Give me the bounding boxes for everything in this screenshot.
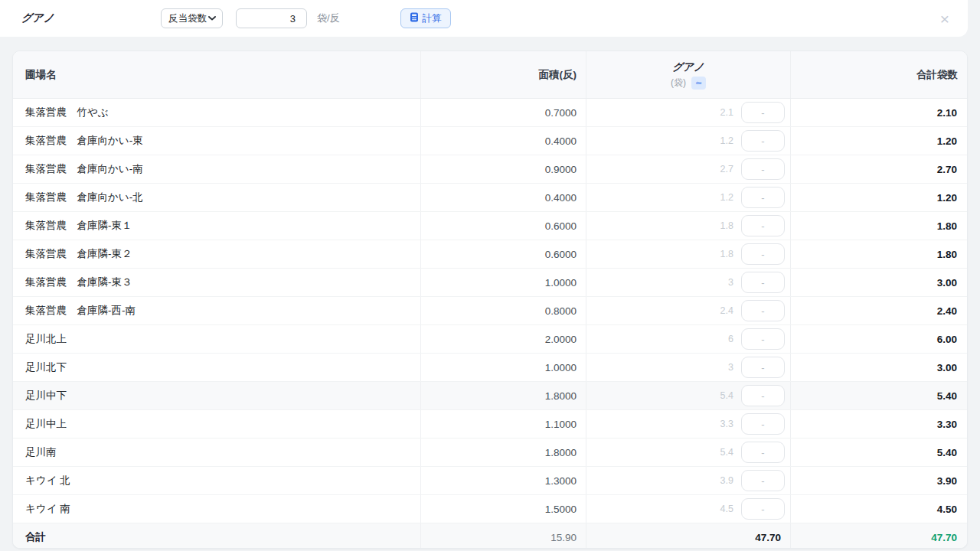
guano-suggested-value: 1.2: [720, 192, 733, 203]
total-bags-cell: 1.80: [791, 240, 967, 268]
table-row: 足川中下 1.8000 5.4 5.40: [13, 382, 967, 410]
total-bags-cell: 1.20: [791, 184, 967, 211]
unit-label: 袋/反: [317, 11, 340, 25]
guano-input[interactable]: [741, 102, 785, 123]
field-name-cell: 集落営農 倉庫隣-西-南: [13, 297, 421, 324]
header-area: 面積(反): [421, 51, 586, 98]
guano-input[interactable]: [741, 385, 785, 406]
approx-badge[interactable]: ≃: [691, 77, 706, 90]
area-cell: 1.1000: [421, 410, 586, 438]
guano-cell: 2.4: [586, 297, 791, 324]
table-row: 足川南 1.8000 5.4 5.40: [13, 439, 967, 467]
guano-suggested-value: 5.4: [720, 447, 733, 458]
guano-cell: 1.2: [586, 184, 791, 211]
header-field-name: 圃場名: [13, 51, 421, 98]
table-row: キウイ 南 1.5000 4.5 4.50: [13, 495, 967, 523]
footer-area-total: 15.90: [421, 523, 586, 549]
footer-guano-total: 47.70: [586, 523, 791, 549]
area-cell: 1.0000: [421, 354, 586, 381]
guano-input[interactable]: [741, 357, 785, 378]
fields-table-card: 圃場名 面積(反) グアノ (袋) ≃ 合計袋数 集落営農 竹やぶ 0.7000…: [12, 51, 968, 549]
area-cell: 1.3000: [421, 467, 586, 494]
field-name-cell: キウイ 南: [13, 495, 421, 523]
guano-input[interactable]: [741, 158, 785, 180]
total-bags-cell: 4.50: [791, 495, 967, 523]
guano-cell: 1.8: [586, 240, 791, 268]
field-name-cell: 足川北下: [13, 354, 421, 381]
guano-input[interactable]: [741, 187, 785, 208]
table-row: 集落営農 倉庫隣-東３ 1.0000 3 3.00: [13, 269, 967, 297]
calc-mode-select[interactable]: 反当袋数: [161, 8, 223, 28]
guano-suggested-value: 2.7: [720, 164, 733, 174]
guano-cell: 3: [586, 354, 791, 381]
total-bags-cell: 1.80: [791, 212, 967, 240]
field-name-cell: 足川北上: [13, 325, 421, 353]
guano-suggested-value: 2.1: [720, 107, 733, 118]
total-bags-cell: 3.00: [791, 354, 967, 381]
area-cell: 1.8000: [421, 382, 586, 409]
table-row: 足川中上 1.1000 3.3 3.30: [13, 410, 967, 439]
chevron-down-icon: [208, 16, 216, 21]
field-name-cell: 集落営農 倉庫向かい-北: [13, 184, 421, 211]
field-name-cell: 集落営農 倉庫隣-東３: [13, 269, 421, 296]
field-name-cell: 足川中上: [13, 410, 421, 438]
total-bags-cell: 1.20: [791, 127, 967, 155]
total-bags-cell: 6.00: [791, 325, 967, 353]
table-footer-row: 合計 15.90 47.70 47.70: [13, 523, 967, 549]
guano-input[interactable]: [741, 130, 785, 152]
guano-suggested-value: 5.4: [720, 390, 733, 401]
guano-cell: 3.9: [586, 467, 791, 494]
field-name-cell: 足川中下: [13, 382, 421, 409]
calc-toolbar: グアノ 反当袋数 袋/反 計算 ×: [0, 0, 968, 37]
calc-mode-select-value: 反当袋数: [168, 12, 207, 25]
guano-input[interactable]: [741, 413, 785, 435]
guano-cell: 1.8: [586, 212, 791, 240]
area-cell: 1.0000: [421, 269, 586, 296]
guano-input[interactable]: [741, 243, 785, 265]
header-guano-title: グアノ: [672, 60, 704, 74]
table-row: 集落営農 倉庫向かい-北 0.4000 1.2 1.20: [13, 184, 967, 212]
guano-input[interactable]: [741, 498, 785, 520]
guano-cell: 6: [586, 325, 791, 353]
guano-cell: 5.4: [586, 382, 791, 409]
total-bags-cell: 2.40: [791, 297, 967, 324]
guano-input[interactable]: [741, 272, 785, 293]
table-row: 足川北上 2.0000 6 6.00: [13, 325, 967, 354]
area-cell: 2.0000: [421, 325, 586, 353]
area-cell: 0.9000: [421, 155, 586, 183]
table-row: 集落営農 倉庫隣-西-南 0.8000 2.4 2.40: [13, 297, 967, 325]
field-name-cell: キウイ 北: [13, 467, 421, 494]
total-bags-cell: 3.90: [791, 467, 967, 494]
guano-cell: 2.7: [586, 155, 791, 183]
guano-input[interactable]: [741, 470, 785, 491]
footer-bag-total: 47.70: [791, 523, 967, 549]
total-bags-cell: 5.40: [791, 439, 967, 466]
guano-suggested-value: 3.9: [720, 475, 733, 486]
area-cell: 0.7000: [421, 99, 586, 126]
guano-input[interactable]: [741, 300, 785, 321]
field-name-cell: 集落営農 倉庫隣-東２: [13, 240, 421, 268]
area-cell: 0.4000: [421, 184, 586, 211]
total-bags-cell: 2.70: [791, 155, 967, 183]
calc-button[interactable]: 計算: [400, 8, 451, 28]
rate-input[interactable]: [236, 8, 307, 28]
area-cell: 0.4000: [421, 127, 586, 155]
field-name-cell: 足川南: [13, 439, 421, 466]
close-icon[interactable]: ×: [940, 11, 949, 27]
field-name-cell: 集落営農 竹やぶ: [13, 99, 421, 126]
table-row: 集落営農 倉庫隣-東１ 0.6000 1.8 1.80: [13, 212, 967, 240]
guano-suggested-value: 4.5: [720, 504, 733, 514]
calc-button-label: 計算: [423, 12, 442, 25]
guano-input[interactable]: [741, 215, 785, 236]
area-cell: 1.5000: [421, 495, 586, 523]
guano-cell: 4.5: [586, 495, 791, 523]
guano-input[interactable]: [741, 442, 785, 463]
field-name-cell: 集落営農 倉庫向かい-南: [13, 155, 421, 183]
guano-suggested-value: 1.8: [720, 220, 733, 231]
calculator-icon: [410, 12, 419, 24]
area-cell: 1.8000: [421, 439, 586, 466]
guano-suggested-value: 6: [728, 334, 733, 344]
guano-suggested-value: 2.4: [720, 305, 733, 316]
guano-suggested-value: 3: [728, 362, 733, 373]
guano-input[interactable]: [741, 328, 785, 350]
